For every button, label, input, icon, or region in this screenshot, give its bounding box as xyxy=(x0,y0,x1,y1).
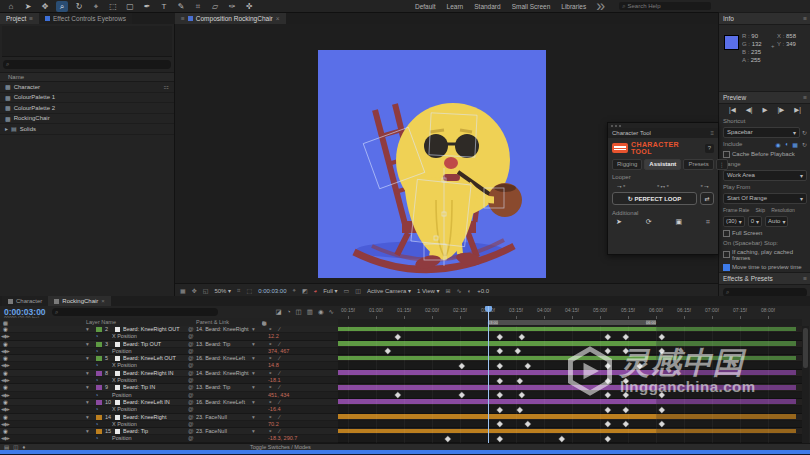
effects-search-input[interactable]: ⌕ xyxy=(723,288,807,296)
keyframe-icon[interactable] xyxy=(497,392,502,397)
info-panel-header[interactable]: Info≡ xyxy=(719,12,810,25)
keyframe-icon[interactable] xyxy=(623,407,628,412)
keyframe-icon[interactable] xyxy=(623,392,628,397)
parent-caret-icon[interactable]: ▾ xyxy=(252,414,255,421)
property-row[interactable]: ◂◆▸◔Position@451, 434 xyxy=(0,392,338,399)
tab-timeline-rockingchair[interactable]: RockingChair × xyxy=(48,296,111,306)
fx-switch-icon[interactable]: ∕ xyxy=(279,355,280,362)
property-value[interactable]: 374, 467 xyxy=(268,348,289,355)
layer-duration-bar[interactable] xyxy=(338,399,796,404)
shy-toggle-icon[interactable]: ◫ xyxy=(296,308,302,316)
clone-stamp-tool-icon[interactable]: ⌗ xyxy=(192,1,204,12)
property-value[interactable]: -18.1 xyxy=(268,377,281,384)
keyframe-navigator[interactable]: ◂◆▸ xyxy=(1,377,9,384)
region-of-interest-icon[interactable]: ▭ xyxy=(344,287,350,294)
eye-icon[interactable]: ◉ xyxy=(3,355,8,362)
eye-icon[interactable]: ◉ xyxy=(3,341,8,348)
camera-select[interactable]: Active Camera ▾ xyxy=(367,287,411,294)
keyframe-navigator[interactable]: ◂◆▸ xyxy=(1,435,9,442)
fx-switch-icon[interactable]: ∕ xyxy=(279,384,280,391)
timeline-search-input[interactable]: ⌕ xyxy=(52,308,218,316)
transparency-grid-icon[interactable]: ▦ xyxy=(180,287,186,294)
parent-caret-icon[interactable]: ▾ xyxy=(252,355,255,362)
pickwhip-icon[interactable]: @ xyxy=(188,377,194,384)
play-from-select[interactable]: Start Of Range▾ xyxy=(723,193,807,204)
help-search-input[interactable]: ⌕ Search Help xyxy=(619,2,711,10)
project-item-rockingchair[interactable]: ▩RockingChair xyxy=(0,114,174,125)
keyframe-icon[interactable] xyxy=(519,334,524,339)
layer-name[interactable]: Beard: KneeRight OUT xyxy=(123,326,185,333)
comp-flowchart-icon[interactable]: ◪ xyxy=(275,308,281,316)
pickwhip-icon[interactable]: @ xyxy=(188,428,194,435)
quality-switch-icon[interactable]: ⚬ xyxy=(268,370,273,377)
keyframe-icon[interactable] xyxy=(459,392,464,397)
workspace-standard[interactable]: Standard xyxy=(474,3,500,10)
property-name[interactable]: Position xyxy=(112,348,132,355)
eye-icon[interactable]: ◉ xyxy=(3,399,8,406)
layer-name[interactable]: Beard: KneeRight xyxy=(123,414,185,421)
pickwhip-icon[interactable]: @ xyxy=(188,421,194,428)
label-color-chip[interactable] xyxy=(96,327,102,332)
twirl-icon[interactable]: ▾ xyxy=(86,341,89,348)
keyframe-icon[interactable] xyxy=(659,422,664,427)
keyframe-icon[interactable] xyxy=(659,349,664,354)
tab-project[interactable]: Project ≡ xyxy=(0,13,39,24)
label-color-chip[interactable] xyxy=(96,429,102,434)
label-color-chip[interactable] xyxy=(96,385,102,390)
fx-switch-icon[interactable]: ∕ xyxy=(279,414,280,421)
project-item-colourpalette-2[interactable]: ▩ColourPalette 2 xyxy=(0,103,174,114)
hand-tool-icon[interactable]: ✥ xyxy=(39,1,51,12)
stopwatch-icon[interactable]: ◔ xyxy=(95,392,98,399)
pickwhip-icon[interactable]: @ xyxy=(188,326,194,333)
layer-bar-lane[interactable] xyxy=(338,326,802,333)
stopwatch-icon[interactable]: ◔ xyxy=(95,435,98,442)
keyframe-icon[interactable] xyxy=(605,334,610,339)
keyframe-icon[interactable] xyxy=(445,436,450,441)
layer-bar-lane[interactable] xyxy=(338,341,802,348)
keyframe-icon[interactable] xyxy=(623,349,628,354)
workspace-learn[interactable]: Learn xyxy=(447,3,464,10)
pickwhip-icon[interactable]: @ xyxy=(188,414,194,421)
eye-icon[interactable]: ◉ xyxy=(3,428,8,435)
keyframe-icon[interactable] xyxy=(497,436,502,441)
tab-timeline-character[interactable]: Character xyxy=(2,296,48,306)
flowchart-icon[interactable]: ∿ xyxy=(457,287,462,294)
keyframe-icon[interactable] xyxy=(605,407,610,412)
mask-visibility-icon[interactable]: ⬚ xyxy=(246,287,252,294)
stopwatch-icon[interactable]: ◔ xyxy=(95,406,98,413)
grid-guides-icon[interactable]: ⌗ xyxy=(237,287,240,294)
character-tool-tab-rigging[interactable]: Rigging xyxy=(612,159,642,170)
layer-duration-bar[interactable] xyxy=(338,370,796,375)
twirl-icon[interactable]: ▾ xyxy=(86,428,89,435)
frame-rate-select[interactable]: (30)▾ xyxy=(723,216,745,227)
keyframe-icon[interactable] xyxy=(385,349,390,354)
skip-select[interactable]: 0▾ xyxy=(748,216,762,227)
property-row[interactable]: ◂◆▸◔X Position@-18.1 xyxy=(0,377,338,384)
stopwatch-icon[interactable]: ◔ xyxy=(95,348,98,355)
panel-menu-icon[interactable]: ≡ xyxy=(803,15,807,22)
character-tool-tab[interactable]: Character Tool ≡ xyxy=(608,128,718,138)
cache-checkbox[interactable] xyxy=(723,151,730,158)
exposure-value[interactable]: +0.0 xyxy=(477,288,489,294)
parent-select[interactable]: 16. Beard: KneeLeft xyxy=(196,355,250,362)
viewer-timecode[interactable]: 0:00:03:00 xyxy=(258,288,286,294)
project-item-colourpalette-1[interactable]: ▩ColourPalette 1 xyxy=(0,93,174,104)
property-row[interactable]: ◂◆▸◔X Position@12.2 xyxy=(0,333,338,340)
fx-switch-icon[interactable]: ∕ xyxy=(279,326,280,333)
motion-blur-icon[interactable]: ◉ xyxy=(318,308,324,316)
pickwhip-icon[interactable]: @ xyxy=(188,435,194,442)
keyframe-icon[interactable] xyxy=(525,422,530,427)
property-value[interactable]: -18.3, 290.7 xyxy=(268,435,297,442)
caching-checkbox[interactable] xyxy=(723,251,730,258)
twirl-icon[interactable]: ▾ xyxy=(86,355,89,362)
parent-caret-icon[interactable]: ▾ xyxy=(252,384,255,391)
keyframe-icon[interactable] xyxy=(605,422,610,427)
keyframe-icon[interactable] xyxy=(605,436,610,441)
resolution-select[interactable]: Full ▾ xyxy=(323,287,337,294)
hand-icon[interactable]: ✥ xyxy=(192,287,197,294)
twirl-icon[interactable]: ▾ xyxy=(86,414,89,421)
twirl-icon[interactable]: ▾ xyxy=(86,384,89,391)
layer-bar-lane[interactable] xyxy=(338,414,802,421)
project-item-character[interactable]: ▩Character⚏ xyxy=(0,82,174,93)
panel-menu-icon[interactable]: ≡ xyxy=(181,15,185,22)
